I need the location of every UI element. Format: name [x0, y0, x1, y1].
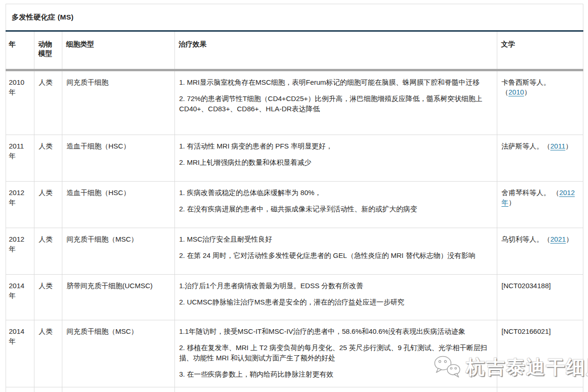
effect-item: 2. MRI上钆增强病灶的数量和体积显着减少: [179, 157, 493, 167]
literature-cell: [NCT02034188]: [497, 275, 583, 320]
effect-item: 2. UCMSC静脉输注治疗MS患者是安全的，潜在的治疗益处应进一步研究: [179, 297, 493, 307]
animal-model-cell: 人类: [34, 275, 62, 320]
literature-text-after: ）: [566, 235, 573, 243]
year-cell: 2011 年: [6, 135, 34, 182]
column-header-cell-type: 细胞类型: [62, 31, 175, 70]
literature-text: 法萨斯等人。（: [501, 142, 550, 150]
effect-item: 1. MSC治疗安全且耐受性良好: [179, 234, 493, 244]
effect-item: 1. MRI显示脑室枕角存在MSC细胞，表明Ferum标记的细胞可能在脑膜、蛛网…: [179, 77, 493, 87]
table-row: 2010 年 人类 间充质干细胞 1. MRI显示脑室枕角存在MSC细胞，表明F…: [6, 70, 583, 135]
table-header-row: 年 动物模型 细胞类型 治疗效果 文学: [6, 31, 583, 70]
effect-cell: 1.1年随访时，接受MSC-IT和MSC-IV治疗的患者中，58.6%和40.6…: [175, 320, 497, 387]
effect-item: 1. 有活动性 MRI 病变的患者的 PFS 率明显更好，: [179, 141, 493, 151]
table-row: 2014 年 人类 脐带间充质干细胞(UCMSC) 1.治疗后1个月患者病情改善…: [6, 275, 583, 320]
effect-item: 1.治疗后1个月患者病情改善最为明显。EDSS 分数有所改善: [179, 281, 493, 291]
literature-text: 舍甫琴科等人。 （: [501, 189, 559, 196]
animal-model-cell: 人类: [34, 228, 62, 275]
literature-year-link[interactable]: 2021: [550, 235, 566, 243]
animal-model-cell: 人类: [34, 182, 62, 228]
year-cell: 2010 年: [6, 70, 34, 135]
animal-model-cell: 人类: [34, 135, 62, 182]
column-header-year: 年: [6, 31, 34, 70]
table-row: 2012 年 人类 造血干细胞（HSC） 1. 疾病改善或稳定的总体临床缓解率为…: [6, 182, 583, 228]
literature-cell: 卡鲁西斯等人。（2010）: [497, 70, 583, 135]
effect-cell: 1. MRI显示脑室枕角存在MSC细胞，表明Ferum标记的细胞可能在脑膜、蛛网…: [175, 70, 497, 135]
literature-text-after: ）: [565, 142, 572, 150]
table-title-row: 多发性硬化症 (MS): [6, 4, 583, 31]
effect-item: 3. 在一些疾病参数上，鞘内给药比静脉注射更有效: [179, 369, 493, 379]
literature-cell: 法萨斯等人。（2011）: [497, 135, 583, 182]
cell-type-cell: 间充质干细胞（MSC）: [62, 228, 175, 275]
page: 多发性硬化症 (MS) 年 动物模型 细胞类型 治疗效果 文学 2010 年 人…: [0, 0, 588, 392]
year-cell: 2014 年: [6, 320, 34, 387]
column-header-literature: 文学: [497, 31, 583, 70]
year-cell: 2012 年: [6, 182, 34, 228]
year-cell: 2012 年: [6, 228, 34, 275]
cell-type-cell: 造血干细胞（HSC）: [62, 182, 175, 228]
effect-cell: 1. MSC治疗安全且耐受性良好 2. 在第 24 周时，它对活动性多发性硬化症…: [175, 228, 497, 275]
effect-item: 2. 在没有疾病进展的患者中，磁共振成像未记录到活动性、新的或扩大的病变: [179, 204, 493, 214]
column-header-effect: 治疗效果: [175, 31, 497, 70]
effect-item: 2. 移植在复发率、MRI 上 T2 病变负荷的每月变化、25 英尺步行测试、9…: [179, 343, 493, 363]
column-header-animal-model: 动物模型: [34, 31, 62, 70]
table-title: 多发性硬化症 (MS): [6, 4, 583, 31]
literature-year-link[interactable]: 2011: [550, 142, 565, 150]
effect-cell: 1. 有活动性 MRI 病变的患者的 PFS 率明显更好， 2. MRI上钆增强…: [175, 135, 497, 182]
literature-text-after: ）: [524, 88, 531, 96]
cell-type-cell: 造血干细胞（HSC）: [62, 135, 175, 182]
literature-cell: 乌切利等人。（2021）: [497, 228, 583, 275]
ms-treatment-table: 多发性硬化症 (MS) 年 动物模型 细胞类型 治疗效果 文学 2010 年 人…: [6, 4, 583, 392]
literature-year-link[interactable]: 2010: [508, 88, 524, 96]
animal-model-cell: 人类: [34, 320, 62, 387]
effect-cell: 1. 疾病改善或稳定的总体临床缓解率为 80%， 2. 在没有疾病进展的患者中，…: [175, 182, 497, 228]
effect-cell: 1.治疗后1个月患者病情改善最为明显。EDSS 分数有所改善 2. UCMSC静…: [175, 275, 497, 320]
table-row: 2014 年 人类 间充质干细胞（MSC） 1.1年随访时，接受MSC-IT和M…: [6, 320, 583, 387]
table-row: 2011 年 人类 造血干细胞（HSC） 1. 有活动性 MRI 病变的患者的 …: [6, 135, 583, 182]
animal-model-cell: 人类: [34, 70, 62, 135]
effect-item: 2. 72%的患者调节性T细胞（CD4+CD25+）比例升高，淋巴细胞增殖反应降…: [179, 94, 493, 114]
cell-type-cell: 脐带间充质干细胞(UCMSC): [62, 275, 175, 320]
year-cell: 2014 年: [6, 275, 34, 320]
literature-cell: [NCT02166021]: [497, 320, 583, 387]
effect-item: 1. 疾病改善或稳定的总体临床缓解率为 80%，: [179, 188, 493, 197]
cell-type-cell: 间充质干细胞: [62, 70, 175, 135]
effect-item: 2. 在第 24 周时，它对活动性多发性硬化症患者的 GEL（急性炎症的 MRI…: [179, 250, 493, 260]
table-row-cutoff: [6, 387, 583, 392]
literature-cell: 舍甫琴科等人。 （2012年）: [497, 182, 583, 228]
literature-text-after: ）: [508, 198, 515, 206]
table-row: 2012 年 人类 间充质干细胞（MSC） 1. MSC治疗安全且耐受性良好 2…: [6, 228, 583, 275]
effect-item: 1.1年随访时，接受MSC-IT和MSC-IV治疗的患者中，58.6%和40.6…: [179, 326, 493, 336]
literature-text: 乌切利等人。（: [501, 235, 550, 243]
cell-type-cell: 间充质干细胞（MSC）: [62, 320, 175, 387]
